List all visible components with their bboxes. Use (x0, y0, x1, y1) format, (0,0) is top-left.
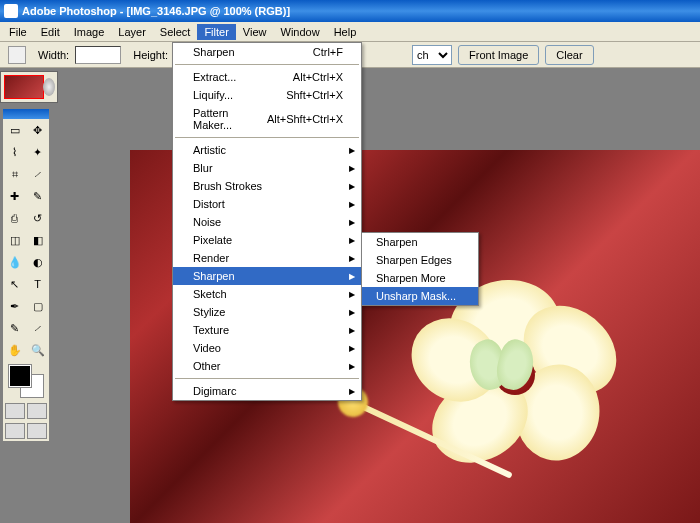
sharpen-item-unsharp-mask[interactable]: Unsharp Mask... (362, 287, 478, 305)
filter-digimarc[interactable]: Digimarc (173, 382, 361, 400)
menu-separator (175, 64, 359, 65)
title-bar: Adobe Photoshop - [IMG_3146.JPG @ 100% (… (0, 0, 700, 22)
tool-zoom[interactable]: 🔍 (26, 339, 49, 361)
tool-hand[interactable]: ✋ (3, 339, 26, 361)
menu-help[interactable]: Help (327, 24, 364, 40)
tool-notes[interactable]: ✎ (3, 317, 26, 339)
filter-group-other[interactable]: Other (173, 357, 361, 375)
filter-group-pixelate[interactable]: Pixelate (173, 231, 361, 249)
sharpen-item-sharpen-more[interactable]: Sharpen More (362, 269, 478, 287)
menu-separator (175, 137, 359, 138)
filter-group-brush-strokes[interactable]: Brush Strokes (173, 177, 361, 195)
filter-menu-dropdown: SharpenCtrl+FExtract...Alt+Ctrl+XLiquify… (172, 42, 362, 401)
filter-group-sketch[interactable]: Sketch (173, 285, 361, 303)
filter-group-texture[interactable]: Texture (173, 321, 361, 339)
menu-file[interactable]: File (2, 24, 34, 40)
filter-group-blur[interactable]: Blur (173, 159, 361, 177)
filter-extract[interactable]: Extract...Alt+Ctrl+X (173, 68, 361, 86)
quickmask-buttons (3, 401, 49, 421)
tool-crop[interactable]: ⌗ (3, 163, 26, 185)
nav-knob-icon (43, 78, 55, 96)
filter-group-sharpen[interactable]: Sharpen (173, 267, 361, 285)
tool-pen[interactable]: ✒ (3, 295, 26, 317)
filter-liquify[interactable]: Liquify...Shft+Ctrl+X (173, 86, 361, 104)
tool-slice[interactable]: ⟋ (26, 163, 49, 185)
tool-blur[interactable]: 💧 (3, 251, 26, 273)
tool-eraser[interactable]: ◫ (3, 229, 26, 251)
filter-pattern[interactable]: Pattern Maker...Alt+Shft+Ctrl+X (173, 104, 361, 134)
tool-marquee[interactable]: ▭ (3, 119, 26, 141)
app-icon (4, 4, 18, 18)
tool-type[interactable]: T (26, 273, 49, 295)
sharpen-item-sharpen[interactable]: Sharpen (362, 233, 478, 251)
color-swatches[interactable] (3, 361, 49, 401)
standard-mode-button[interactable] (5, 403, 25, 419)
tool-heal[interactable]: ✚ (3, 185, 26, 207)
tool-wand[interactable]: ✦ (26, 141, 49, 163)
filter-group-noise[interactable]: Noise (173, 213, 361, 231)
tool-shape[interactable]: ▢ (26, 295, 49, 317)
tool-eyedrop[interactable]: ⟋ (26, 317, 49, 339)
tool-brush[interactable]: ✎ (26, 185, 49, 207)
filter-group-distort[interactable]: Distort (173, 195, 361, 213)
toolbox-panel: ▭✥⌇✦⌗⟋✚✎⎙↺◫◧💧◐↖T✒▢✎⟋✋🔍 (2, 108, 50, 442)
screen-mode-1[interactable] (5, 423, 25, 439)
sharpen-submenu: SharpenSharpen EdgesSharpen MoreUnsharp … (361, 232, 479, 306)
clear-button[interactable]: Clear (545, 45, 593, 65)
tool-dodge[interactable]: ◐ (26, 251, 49, 273)
tool-gradient[interactable]: ◧ (26, 229, 49, 251)
tool-stamp[interactable]: ⎙ (3, 207, 26, 229)
filter-group-artistic[interactable]: Artistic (173, 141, 361, 159)
height-label: Height: (133, 49, 168, 61)
current-tool-icon[interactable] (8, 46, 26, 64)
width-input[interactable] (75, 46, 121, 64)
options-select[interactable]: ch (412, 45, 452, 65)
menu-filter[interactable]: Filter (197, 24, 235, 40)
filter-group-render[interactable]: Render (173, 249, 361, 267)
screen-mode-2[interactable] (27, 423, 47, 439)
filter-group-video[interactable]: Video (173, 339, 361, 357)
menu-layer[interactable]: Layer (111, 24, 153, 40)
quickmask-mode-button[interactable] (27, 403, 47, 419)
menu-edit[interactable]: Edit (34, 24, 67, 40)
filter-group-stylize[interactable]: Stylize (173, 303, 361, 321)
tool-history[interactable]: ↺ (26, 207, 49, 229)
tool-path[interactable]: ↖ (3, 273, 26, 295)
menu-window[interactable]: Window (274, 24, 327, 40)
menu-view[interactable]: View (236, 24, 274, 40)
sharpen-item-sharpen-edges[interactable]: Sharpen Edges (362, 251, 478, 269)
width-label: Width: (38, 49, 69, 61)
menu-select[interactable]: Select (153, 24, 198, 40)
foreground-color-swatch[interactable] (9, 365, 31, 387)
window-title: Adobe Photoshop - [IMG_3146.JPG @ 100% (… (22, 5, 290, 17)
tool-lasso[interactable]: ⌇ (3, 141, 26, 163)
filter-last[interactable]: SharpenCtrl+F (173, 43, 361, 61)
nav-preview (4, 75, 44, 99)
tool-move[interactable]: ✥ (26, 119, 49, 141)
toolbox-titlebar[interactable] (3, 109, 49, 119)
menu-image[interactable]: Image (67, 24, 112, 40)
front-image-button[interactable]: Front Image (458, 45, 539, 65)
menu-separator (175, 378, 359, 379)
navigator-thumb[interactable] (0, 71, 58, 103)
menu-bar: FileEditImageLayerSelectFilterViewWindow… (0, 22, 700, 42)
screenmode-buttons (3, 421, 49, 441)
